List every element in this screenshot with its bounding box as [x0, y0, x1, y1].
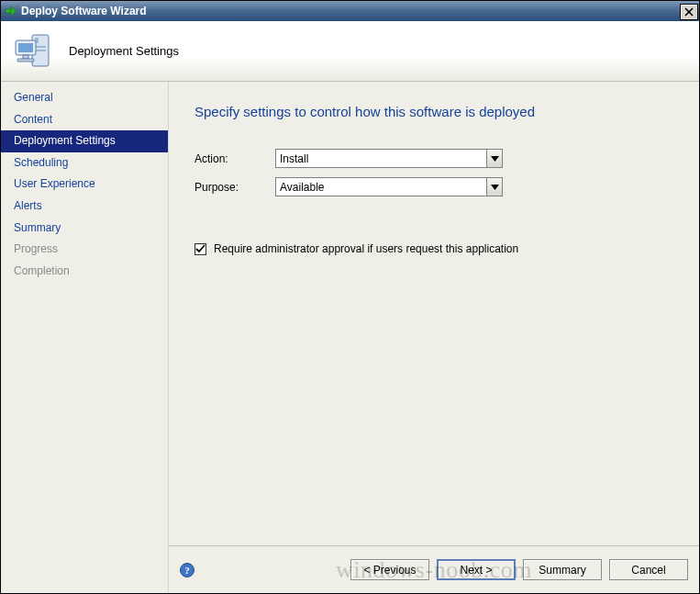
svg-marker-13: [491, 185, 499, 190]
purpose-row: Purpose: Available: [194, 177, 673, 196]
cancel-button[interactable]: Cancel: [609, 559, 688, 580]
nav-general[interactable]: General: [1, 87, 168, 109]
svg-marker-1: [11, 6, 17, 16]
chevron-down-icon: [486, 150, 502, 167]
nav-alerts[interactable]: Alerts: [1, 196, 168, 218]
approval-row: Require administrator approval if users …: [194, 242, 673, 255]
action-row: Action: Install: [194, 149, 673, 168]
nav-completion: Completion: [1, 261, 168, 283]
svg-marker-12: [491, 156, 499, 162]
purpose-value: Available: [276, 181, 486, 194]
action-label: Action:: [194, 152, 275, 165]
wizard-arrow-icon: [5, 5, 17, 17]
next-button[interactable]: Next >: [437, 559, 516, 580]
svg-rect-0: [6, 9, 11, 13]
nav-user-experience[interactable]: User Experience: [1, 174, 168, 196]
svg-text:?: ?: [184, 565, 190, 576]
chevron-down-icon: [486, 178, 502, 196]
nav-content[interactable]: Content: [1, 109, 168, 131]
purpose-combobox[interactable]: Available: [275, 177, 503, 196]
page-heading: Specify settings to control how this sof…: [194, 104, 673, 119]
nav-summary[interactable]: Summary: [1, 218, 168, 240]
wizard-body: General Content Deployment Settings Sche…: [1, 82, 699, 593]
computer-icon: [12, 29, 60, 73]
previous-button[interactable]: < Previous: [350, 559, 429, 580]
nav-scheduling[interactable]: Scheduling: [1, 152, 168, 174]
main-panel: Specify settings to control how this sof…: [168, 82, 699, 593]
title-bar: Deploy Software Wizard: [1, 1, 699, 21]
svg-rect-11: [17, 59, 34, 62]
main-content: Specify settings to control how this sof…: [169, 82, 699, 545]
svg-rect-7: [35, 50, 46, 51]
purpose-label: Purpose:: [194, 181, 275, 194]
window-title: Deploy Software Wizard: [21, 5, 147, 17]
summary-button[interactable]: Summary: [523, 559, 602, 580]
banner: Deployment Settings: [1, 21, 699, 82]
action-combobox[interactable]: Install: [275, 149, 503, 168]
window-close-button[interactable]: [680, 4, 698, 20]
svg-rect-6: [35, 46, 46, 48]
button-bar: ? < Previous Next > Summary Cancel: [169, 545, 699, 593]
wizard-nav: General Content Deployment Settings Sche…: [1, 82, 168, 593]
nav-progress: Progress: [1, 239, 168, 261]
banner-title: Deployment Settings: [69, 44, 179, 58]
approval-label: Require administrator approval if users …: [214, 242, 518, 255]
svg-rect-10: [23, 55, 28, 59]
svg-rect-9: [18, 43, 33, 52]
approval-checkbox[interactable]: [194, 243, 206, 255]
nav-deployment-settings[interactable]: Deployment Settings: [1, 130, 168, 152]
action-value: Install: [276, 152, 486, 165]
help-icon[interactable]: ?: [180, 563, 194, 577]
